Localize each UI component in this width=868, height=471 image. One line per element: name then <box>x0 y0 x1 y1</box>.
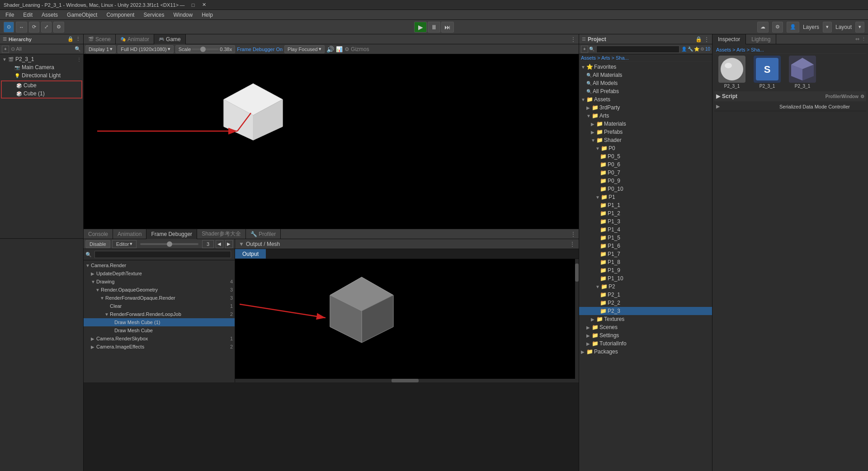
project-p1-7[interactable]: 📁 P1_7 <box>579 250 712 258</box>
project-tutorial[interactable]: ▶ 📁 TutorialInfo <box>579 339 712 348</box>
hscrollbar-thumb[interactable] <box>392 379 419 382</box>
pause-button[interactable]: ⏸ <box>428 22 440 33</box>
fd-item-update-depth[interactable]: ▶ UpdateDepthTexture <box>84 269 235 278</box>
layers-dropdown[interactable]: ▾ <box>823 22 832 33</box>
account-button[interactable]: 👤 <box>787 22 799 33</box>
hierarchy-dir-light[interactable]: 💡 Directional Light <box>0 71 83 80</box>
fd-item-drawing[interactable]: ▼ Drawing 4 <box>84 278 235 286</box>
tool-settings[interactable]: ⚙ <box>53 22 64 33</box>
project-filter4[interactable]: ⚙ <box>700 47 704 52</box>
cloud-button[interactable]: ⚙ <box>772 22 783 33</box>
scrollbar-thumb[interactable] <box>575 264 579 282</box>
resolution-selector[interactable]: Full HD (1920x1080) ▾ <box>118 45 174 53</box>
fd-item-camera-render[interactable]: ▼ Camera.Render <box>84 261 235 269</box>
project-assets[interactable]: ▼ 📁 Assets <box>579 95 712 104</box>
project-favorites[interactable]: ▼ ⭐ Favorites <box>579 63 712 71</box>
project-p1-1[interactable]: 📁 P1_1 <box>579 201 712 209</box>
project-p2-2[interactable]: 📁 P2_2 <box>579 299 712 307</box>
layout-dropdown[interactable]: ▾ <box>855 22 864 33</box>
fd-item-render-skybox[interactable]: ▶ Camera.RenderSkybox 1 <box>84 334 235 343</box>
project-all-models[interactable]: 🔍 All Models <box>579 79 712 87</box>
play-mode-selector[interactable]: Play Focused ▾ <box>284 45 325 53</box>
tab-shader-ref[interactable]: Shader参考大全 <box>197 229 246 239</box>
bottom-tab-menu[interactable]: ⋮ <box>568 231 579 237</box>
project-3rdparty[interactable]: ▶ 📁 3rdParty <box>579 104 712 112</box>
play-button[interactable]: ▶ <box>414 22 427 33</box>
project-filter1[interactable]: 👤 <box>681 47 687 52</box>
tool-rotate[interactable]: ⟳ <box>29 22 39 33</box>
project-all-prefabs[interactable]: 🔍 All Prefabs <box>579 87 712 95</box>
fd-editor-selector[interactable]: Editor ▾ <box>112 240 137 248</box>
project-p1-5[interactable]: 📁 P1_5 <box>579 234 712 242</box>
tab-console[interactable]: Console <box>84 229 113 239</box>
tab-profiler[interactable]: 🔧 Profiler <box>246 229 281 239</box>
project-arts[interactable]: ▼ 📁 Arts <box>579 112 712 120</box>
project-p1[interactable]: ▼ 📁 P1 <box>579 193 712 201</box>
project-p0-7[interactable]: 📁 P0_7 <box>579 169 712 177</box>
section-settings[interactable]: ⚙ <box>860 94 864 99</box>
output-scrollbar[interactable] <box>575 259 579 382</box>
project-p1-3[interactable]: 📁 P1_3 <box>579 217 712 226</box>
hierarchy-filter-btn[interactable]: 🔍 <box>74 46 81 53</box>
close-button[interactable]: ✕ <box>200 1 208 9</box>
fd-item-draw-mesh-1[interactable]: Draw Mesh Cube (1) <box>84 318 235 326</box>
stats-button[interactable]: 📊 <box>336 46 343 52</box>
project-p1-8[interactable]: 📁 P1_8 <box>579 258 712 266</box>
display-selector[interactable]: Display 1 ▾ <box>85 45 116 53</box>
project-filter2[interactable]: 🔧 <box>688 47 693 52</box>
collab-button[interactable]: ☁ <box>757 22 769 33</box>
fd-item-render-opaque[interactable]: ▼ Render.OpaqueGeometry 3 <box>84 286 235 294</box>
scale-control[interactable]: Scale 0.38x <box>175 45 235 53</box>
tab-frame-debugger[interactable]: Frame Debugger <box>146 229 197 239</box>
fd-prev-btn[interactable]: ◀ <box>216 240 223 248</box>
project-p1-10[interactable]: 📁 P1_10 <box>579 274 712 283</box>
tab-game[interactable]: 🎮 Game <box>154 34 186 44</box>
tab-lighting[interactable]: Lighting <box>746 34 776 44</box>
project-p0[interactable]: ▼ 📁 P0 <box>579 144 712 152</box>
fd-tab-output[interactable]: Output <box>235 249 266 259</box>
tab-scene[interactable]: 🎬 Scene <box>84 34 116 44</box>
project-materials[interactable]: ▶ 📁 Materials <box>579 120 712 128</box>
hierarchy-menu[interactable]: ⋮ <box>75 36 80 42</box>
project-p0-6[interactable]: 📁 P0_6 <box>579 160 712 169</box>
menu-component[interactable]: Component <box>103 11 138 19</box>
inspector-script-section[interactable]: ▶ Script ProfilerWindow ⚙ <box>714 91 866 101</box>
maximize-button[interactable]: □ <box>189 1 197 9</box>
project-prefabs[interactable]: ▶ 📁 Prefabs <box>579 128 712 136</box>
project-add-btn[interactable]: + <box>581 46 588 53</box>
gizmos-button[interactable]: ⚙ Gizmos <box>344 46 369 52</box>
project-p0-10[interactable]: 📁 P0_10 <box>579 185 712 193</box>
project-lock[interactable]: 🔒 <box>695 36 702 42</box>
project-p1-9[interactable]: 📁 P1_9 <box>579 266 712 274</box>
fd-item-render-forward[interactable]: ▼ RenderForwardOpaque.Render 3 <box>84 294 235 302</box>
output-menu[interactable]: ⋮ <box>570 241 575 247</box>
tab-animation[interactable]: Animation <box>113 229 146 239</box>
output-hscrollbar[interactable] <box>235 379 575 382</box>
menu-help[interactable]: Help <box>198 11 217 19</box>
project-search-input[interactable] <box>596 46 679 53</box>
project-p0-9[interactable]: 📁 P0_9 <box>579 177 712 185</box>
scale-slider[interactable] <box>192 48 219 50</box>
minimize-button[interactable]: — <box>179 1 186 9</box>
output-collapse[interactable]: ▼ <box>239 241 244 247</box>
project-textures[interactable]: ▶ 📁 Textures <box>579 315 712 323</box>
scene-menu[interactable]: ⋮ <box>77 57 81 62</box>
fd-item-clear[interactable]: Clear 1 <box>84 302 235 310</box>
fd-slider[interactable] <box>140 243 198 245</box>
fd-disable-button[interactable]: Disable <box>85 240 110 248</box>
inspector-toggle[interactable]: ⇔ <box>855 36 859 42</box>
asset-thumb-asset[interactable]: P2_3_1 <box>787 56 818 89</box>
project-p2[interactable]: ▼ 📁 P2 <box>579 283 712 291</box>
inspector-menu[interactable]: ⋮ <box>861 36 866 42</box>
mute-button[interactable]: 🔊 <box>326 46 334 53</box>
project-p0-5[interactable]: 📁 P0_5 <box>579 152 712 160</box>
project-packages[interactable]: ▶ 📁 Packages <box>579 348 712 356</box>
hierarchy-main-camera[interactable]: 📷 Main Camera <box>0 63 83 71</box>
step-button[interactable]: ⏭ <box>441 22 454 33</box>
project-p2-1[interactable]: 📁 P2_1 <box>579 291 712 299</box>
fd-item-render-loop[interactable]: ▼ RenderForward.RenderLoopJob 2 <box>84 310 235 318</box>
tool-hand[interactable]: ⊙ <box>4 22 14 33</box>
project-p1-4[interactable]: 📁 P1_4 <box>579 226 712 234</box>
tab-inspector[interactable]: Inspector <box>712 34 746 44</box>
view-menu[interactable]: ⋮ <box>568 36 579 42</box>
